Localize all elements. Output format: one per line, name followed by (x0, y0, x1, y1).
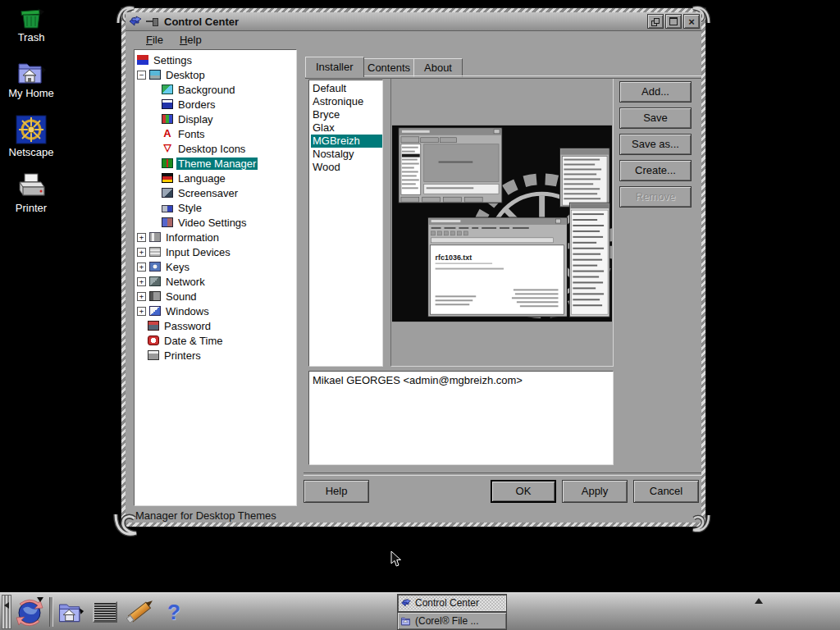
cancel-button[interactable]: Cancel (633, 480, 699, 503)
tree-item-borders[interactable]: Borders (137, 97, 296, 112)
display-icon (162, 114, 173, 124)
sticky-pin-icon[interactable] (146, 18, 158, 25)
theme-item-bryce[interactable]: Bryce (311, 108, 382, 121)
task-control-center[interactable]: Control Center (397, 594, 507, 612)
plus-expander-icon[interactable]: + (137, 262, 146, 272)
tree-item-display[interactable]: Display (137, 112, 296, 126)
tree-item-desktop-icons[interactable]: Desktop Icons (137, 141, 296, 156)
apply-button[interactable]: Apply (562, 480, 628, 503)
tree-item-video-settings[interactable]: Video Settings (137, 215, 296, 230)
desktop: Trash My Home Netscape (0, 0, 840, 630)
task-corel-file[interactable]: (Corel® File ... (397, 612, 507, 630)
tree-item-label: Settings (152, 54, 194, 66)
tree-item-label: Windows (164, 305, 211, 317)
tree-item-background[interactable]: Background (137, 82, 296, 97)
tree-item-label: Desktop Icons (176, 143, 247, 155)
tab-divider (305, 75, 701, 79)
theme-item-astronique[interactable]: Astronique (311, 95, 382, 108)
tree-item-printers[interactable]: Printers (137, 348, 296, 363)
menu-help[interactable]: Help (180, 34, 202, 46)
tree-item-fonts[interactable]: Fonts (137, 126, 296, 141)
tree-item-label: Borders (176, 98, 217, 111)
tree-item-password[interactable]: Password (137, 318, 296, 333)
theme-icon (162, 158, 173, 168)
tab-contents[interactable]: Contents (357, 58, 421, 77)
tree-item-keys[interactable]: +Keys (137, 259, 296, 274)
save-button[interactable]: Save (619, 107, 692, 129)
tree-item-date-time[interactable]: Date & Time (137, 333, 296, 348)
menubar: File Help (126, 31, 701, 48)
theme-item-wood[interactable]: Wood (311, 161, 382, 174)
editor-button[interactable] (123, 596, 156, 628)
tab-about[interactable]: About (413, 58, 463, 77)
terminal-button[interactable] (89, 596, 121, 628)
plus-expander-icon[interactable]: + (137, 233, 146, 242)
tree-item-label: Desktop (164, 69, 207, 81)
tree-item-settings[interactable]: Settings (137, 52, 296, 67)
help-panel-button[interactable]: ? (158, 596, 190, 628)
theme-item-default[interactable]: Default (311, 82, 382, 95)
desktop-icon-my-home[interactable]: My Home (0, 59, 62, 99)
tree-item-style[interactable]: Style (137, 200, 296, 215)
tree-item-label: Display (176, 113, 215, 126)
language-icon (162, 173, 173, 183)
tab-installer[interactable]: Installer (305, 57, 364, 77)
tree-item-desktop[interactable]: −Desktop (137, 67, 296, 82)
plus-expander-icon[interactable]: + (137, 248, 146, 257)
theme-preview-panel: rfc1036.txt (390, 78, 614, 367)
plus-expander-icon[interactable]: + (137, 307, 146, 316)
task-label: Control Center (415, 597, 479, 609)
save-as-button[interactable]: Save as... (619, 134, 692, 155)
panel-separator (49, 597, 53, 627)
desktop-icon-netscape[interactable]: Netscape (0, 115, 62, 158)
panel-handle-left[interactable] (2, 595, 11, 629)
network-icon (149, 276, 161, 286)
tree-item-language[interactable]: Language (137, 171, 296, 185)
tree-item-screensaver[interactable]: Screensaver (137, 185, 296, 200)
ok-button[interactable]: OK (491, 480, 556, 503)
maximize-button[interactable] (665, 14, 682, 29)
trash-icon (16, 3, 46, 30)
tree-item-label: Background (176, 84, 236, 96)
theme-item-nostalgy[interactable]: Nostalgy (311, 148, 382, 161)
theme-item-glax[interactable]: Glax (311, 121, 382, 135)
iconify-button[interactable] (647, 14, 664, 29)
theme-item-mgbreizh[interactable]: MGBreizh (311, 135, 382, 148)
tree-item-theme-manager[interactable]: Theme Manager (137, 156, 296, 171)
create-button[interactable]: Create... (619, 160, 692, 181)
window-title: Control Center (164, 16, 647, 28)
screensaver-icon (162, 188, 173, 198)
desktop-icon-label: My Home (0, 87, 62, 99)
tree-item-label: Video Settings (176, 217, 249, 229)
tree-item-network[interactable]: +Network (137, 274, 296, 289)
terminal-icon (93, 601, 117, 623)
tree-item-input-devices[interactable]: +Input Devices (137, 244, 296, 259)
tree-item-label: Input Devices (164, 246, 232, 258)
add-button[interactable]: Add... (619, 81, 692, 103)
titlebar[interactable]: Control Center × (126, 12, 701, 31)
tree-item-windows[interactable]: +Windows (137, 304, 296, 318)
help-button[interactable]: Help (304, 480, 369, 503)
tree-item-label: Screensaver (176, 187, 240, 199)
tree-item-sound[interactable]: +Sound (137, 289, 296, 304)
desktop-icon-trash[interactable]: Trash (0, 3, 62, 43)
k-menu-button[interactable] (13, 596, 46, 628)
tree-item-label: Date & Time (162, 335, 225, 347)
home-button[interactable] (54, 596, 87, 628)
style-icon (162, 205, 173, 212)
minus-expander-icon[interactable]: − (137, 71, 146, 80)
desktop-icon-printer[interactable]: Printer (0, 172, 62, 214)
menu-file[interactable]: File (146, 34, 163, 46)
tree-item-information[interactable]: +Information (137, 230, 296, 244)
panel-hide-arrow-icon[interactable] (755, 598, 763, 604)
close-button[interactable]: × (683, 14, 700, 29)
settings-tree: Settings−DesktopBackgroundBordersDisplay… (134, 49, 297, 506)
theme-author-box: Mikael GEORGES <admin@mgbreizh.com> (308, 371, 614, 465)
background-icon (162, 84, 173, 94)
plus-expander-icon[interactable]: + (137, 292, 146, 301)
preview-window-b (559, 148, 609, 207)
statusbar: Manager for Desktop Themes (135, 509, 693, 523)
plus-expander-icon[interactable]: + (137, 277, 146, 286)
theme-preview-image: rfc1036.txt (391, 79, 613, 366)
control-center-task-icon (400, 598, 412, 608)
